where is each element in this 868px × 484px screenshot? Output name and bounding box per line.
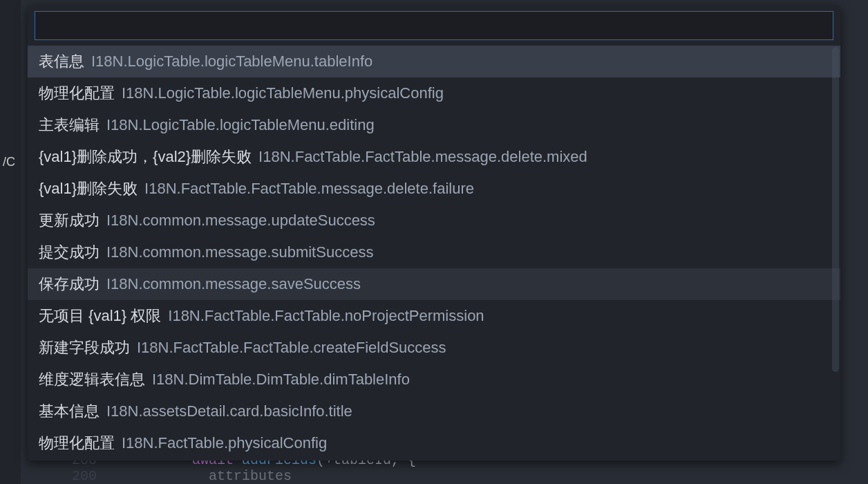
result-key: I18N.LogicTable.logicTableMenu.physicalC… bbox=[122, 84, 444, 102]
result-item[interactable]: 表信息I18N.LogicTable.logicTableMenu.tableI… bbox=[28, 46, 840, 77]
search-input[interactable] bbox=[35, 11, 833, 40]
result-key: I18N.common.message.saveSuccess bbox=[106, 275, 361, 292]
result-key: I18N.assetsDetail.card.basicInfo.title bbox=[106, 402, 352, 420]
result-item[interactable]: 保存成功I18N.common.message.saveSuccess bbox=[28, 268, 840, 300]
scrollbar-thumb[interactable] bbox=[832, 47, 839, 372]
result-label: 提交成功 bbox=[39, 243, 100, 261]
result-label: 基本信息 bbox=[39, 402, 100, 420]
result-item[interactable]: 物理化配置I18N.LogicTable.logicTableMenu.phys… bbox=[28, 77, 840, 109]
result-label: 更新成功 bbox=[39, 212, 100, 229]
result-key: I18N.FactTable.FactTable.noProjectPermis… bbox=[168, 307, 484, 324]
line-number: 200 bbox=[69, 468, 117, 484]
result-label: 物理化配置 bbox=[39, 84, 115, 102]
result-item[interactable]: 无项目 {val1} 权限I18N.FactTable.FactTable.no… bbox=[28, 300, 840, 332]
result-key: I18N.common.message.updateSuccess bbox=[106, 212, 375, 229]
result-label: 表信息 bbox=[39, 53, 84, 70]
results-list[interactable]: 表信息I18N.LogicTable.logicTableMenu.tableI… bbox=[28, 46, 840, 460]
result-item[interactable]: 更新成功I18N.common.message.updateSuccess bbox=[28, 205, 840, 236]
result-key: I18N.LogicTable.logicTableMenu.editing bbox=[106, 116, 375, 133]
result-key: I18N.LogicTable.logicTableMenu.tableInfo bbox=[91, 53, 372, 70]
tab-fragment: /C bbox=[0, 152, 18, 172]
result-item[interactable]: 提交成功I18N.common.message.submitSuccess bbox=[28, 236, 840, 268]
result-key: I18N.FactTable.physicalConfig bbox=[122, 434, 327, 452]
scrollbar-track[interactable] bbox=[831, 47, 840, 454]
result-item[interactable]: {val1}删除失败I18N.FactTable.FactTable.messa… bbox=[28, 173, 840, 205]
quick-picker: 表信息I18N.LogicTable.logicTableMenu.tableI… bbox=[28, 6, 840, 460]
result-label: {val1}删除成功，{val2}删除失败 bbox=[39, 148, 252, 165]
result-label: 无项目 {val1} 权限 bbox=[39, 307, 161, 324]
result-item[interactable]: 新建字段成功I18N.FactTable.FactTable.createFie… bbox=[28, 332, 840, 364]
search-input-wrapper bbox=[28, 6, 840, 46]
result-key: I18N.DimTable.DimTable.dimTableInfo bbox=[152, 371, 410, 388]
result-item[interactable]: 主表编辑I18N.LogicTable.logicTableMenu.editi… bbox=[28, 109, 840, 141]
result-label: 维度逻辑表信息 bbox=[39, 371, 145, 388]
result-item[interactable]: 基本信息I18N.assetsDetail.card.basicInfo.tit… bbox=[28, 395, 840, 427]
activity-bar bbox=[0, 0, 21, 484]
result-label: {val1}删除失败 bbox=[39, 180, 138, 197]
result-label: 保存成功 bbox=[39, 275, 100, 292]
result-label: 物理化配置 bbox=[39, 434, 115, 452]
result-key: I18N.FactTable.FactTable.message.delete.… bbox=[258, 148, 587, 165]
result-item[interactable]: {val1}删除成功，{val2}删除失败I18N.FactTable.Fact… bbox=[28, 141, 840, 173]
result-key: I18N.common.message.submitSuccess bbox=[106, 243, 373, 261]
result-key: I18N.FactTable.FactTable.message.delete.… bbox=[144, 180, 474, 197]
result-item[interactable]: 维度逻辑表信息I18N.DimTable.DimTable.dimTableIn… bbox=[28, 364, 840, 395]
result-label: 主表编辑 bbox=[39, 116, 100, 133]
result-key: I18N.FactTable.FactTable.createFieldSucc… bbox=[137, 339, 446, 356]
result-label: 新建字段成功 bbox=[39, 339, 130, 356]
result-item[interactable]: 物理化配置I18N.FactTable.physicalConfig bbox=[28, 427, 840, 459]
